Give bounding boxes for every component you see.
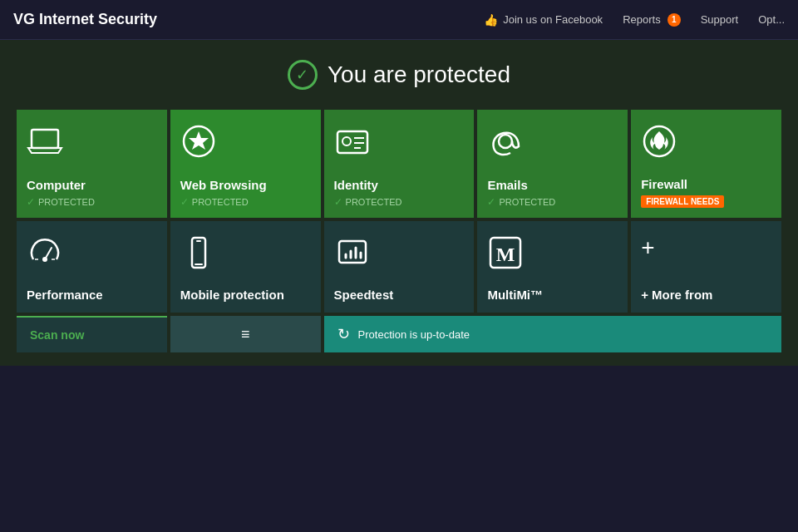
identity-tile[interactable]: Identity ✓ PROTECTED bbox=[324, 110, 475, 218]
main-content: ✓ You are protected Computer ✓ PROTECTED bbox=[0, 40, 798, 366]
thumbs-up-icon: 👍 bbox=[484, 13, 498, 27]
svg-rect-17 bbox=[339, 241, 366, 263]
svg-rect-0 bbox=[32, 130, 58, 148]
app-header: VG Internet Security 👍 Join us on Facebo… bbox=[0, 0, 798, 40]
performance-tile[interactable]: Performance bbox=[17, 221, 167, 313]
fire-shield-icon bbox=[641, 123, 677, 168]
firewall-tile-label: Firewall bbox=[641, 177, 724, 192]
svg-point-11 bbox=[42, 257, 47, 262]
at-sign-icon bbox=[487, 123, 524, 168]
mobile-icon bbox=[180, 234, 217, 279]
svg-point-8 bbox=[499, 135, 512, 148]
reports-nav-item[interactable]: Reports 1 bbox=[623, 13, 681, 27]
computer-tile-label: Computer bbox=[27, 178, 95, 193]
options-nav-item[interactable]: Opt... bbox=[758, 13, 785, 26]
svg-rect-14 bbox=[192, 238, 205, 268]
svg-marker-2 bbox=[189, 131, 209, 150]
performance-tile-label: Performance bbox=[27, 288, 103, 303]
svg-point-4 bbox=[342, 137, 351, 145]
firewall-status-badge: FIREWALL NEEDS bbox=[641, 195, 724, 208]
computer-tile-status: ✓ PROTECTED bbox=[27, 196, 95, 208]
mobile-protection-tile[interactable]: Mobile protection bbox=[170, 221, 321, 313]
protection-status-bar: ✓ You are protected bbox=[17, 60, 781, 90]
emails-tile[interactable]: Emails ✓ PROTECTED bbox=[477, 110, 628, 218]
laptop-icon bbox=[27, 123, 63, 168]
reports-badge: 1 bbox=[667, 13, 681, 27]
logo-area: VG Internet Security bbox=[13, 11, 484, 28]
facebook-link[interactable]: 👍 Join us on Facebook bbox=[484, 13, 603, 27]
scan-now-label: Scan now bbox=[30, 328, 84, 342]
protection-update-label: Protection is up-to-date bbox=[358, 328, 470, 341]
id-card-icon bbox=[334, 123, 371, 168]
mobile-protection-tile-label: Mobile protection bbox=[180, 288, 284, 303]
logo-text: VG Internet Security bbox=[13, 11, 157, 28]
status-text: You are protected bbox=[328, 62, 510, 88]
status-checkmark-icon: ✓ bbox=[288, 60, 318, 90]
more-tile-label: + More from bbox=[641, 288, 712, 303]
protection-update-button[interactable]: ↻ Protection is up-to-date bbox=[324, 316, 781, 352]
web-browsing-tile-label: Web Browsing bbox=[180, 178, 267, 193]
multimi-tile[interactable]: M MultiMi™ bbox=[477, 221, 628, 313]
star-shield-icon bbox=[180, 123, 217, 168]
web-browsing-tile[interactable]: Web Browsing ✓ PROTECTED bbox=[170, 110, 321, 218]
more-tile[interactable]: + + More from bbox=[631, 221, 781, 313]
scan-now-button[interactable]: Scan now bbox=[17, 316, 167, 352]
letter-m-icon: M bbox=[487, 234, 524, 279]
computer-tile[interactable]: Computer ✓ PROTECTED bbox=[17, 110, 167, 218]
svg-text:M: M bbox=[496, 244, 515, 265]
plus-icon: + bbox=[641, 234, 654, 261]
hamburger-icon: ≡ bbox=[241, 326, 250, 343]
refresh-icon: ↻ bbox=[337, 325, 350, 343]
support-nav-item[interactable]: Support bbox=[701, 13, 739, 26]
gauge-icon bbox=[27, 234, 63, 279]
bottom-action-row: Scan now ≡ ↻ Protection is up-to-date bbox=[17, 316, 781, 352]
speedtest-tile[interactable]: Speedtest bbox=[324, 221, 475, 313]
firewall-tile[interactable]: Firewall FIREWALL NEEDS bbox=[631, 110, 781, 218]
emails-tile-label: Emails bbox=[487, 178, 555, 193]
multimi-tile-label: MultiMi™ bbox=[487, 288, 543, 303]
header-nav: 👍 Join us on Facebook Reports 1 Support … bbox=[484, 13, 785, 27]
speedtest-tile-label: Speedtest bbox=[334, 288, 394, 303]
speedtest-icon bbox=[334, 234, 371, 279]
identity-tile-status: ✓ PROTECTED bbox=[334, 196, 402, 208]
identity-tile-label: Identity bbox=[334, 178, 402, 193]
menu-button[interactable]: ≡ bbox=[170, 316, 321, 352]
web-browsing-tile-status: ✓ PROTECTED bbox=[180, 196, 267, 208]
tiles-grid: Computer ✓ PROTECTED Web Browsing ✓ PROT… bbox=[17, 110, 781, 313]
emails-tile-status: ✓ PROTECTED bbox=[487, 196, 555, 208]
